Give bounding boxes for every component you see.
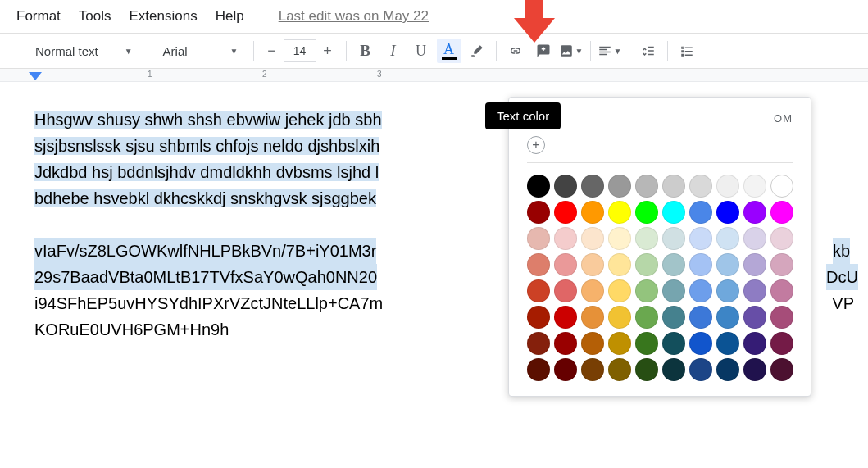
color-swatch[interactable] (743, 358, 766, 381)
color-swatch[interactable] (554, 227, 577, 250)
font-size-input[interactable]: 14 (284, 39, 316, 62)
color-swatch[interactable] (716, 253, 739, 276)
color-swatch[interactable] (527, 358, 550, 381)
color-swatch[interactable] (689, 201, 712, 224)
italic-button[interactable]: I (381, 39, 406, 63)
add-custom-color-button[interactable]: + (527, 136, 545, 154)
color-swatch[interactable] (554, 306, 577, 329)
color-swatch[interactable] (662, 175, 685, 198)
color-swatch[interactable] (662, 201, 685, 224)
color-swatch[interactable] (662, 358, 685, 381)
color-swatch[interactable] (635, 201, 658, 224)
menu-help[interactable]: Help (216, 8, 244, 25)
color-swatch[interactable] (527, 175, 550, 198)
color-swatch[interactable] (608, 227, 631, 250)
increase-font-size-button[interactable]: + (316, 39, 339, 62)
color-swatch[interactable] (608, 279, 631, 302)
color-swatch[interactable] (689, 253, 712, 276)
color-swatch[interactable] (743, 253, 766, 276)
color-swatch[interactable] (743, 175, 766, 198)
color-swatch[interactable] (716, 175, 739, 198)
color-swatch[interactable] (554, 332, 577, 355)
color-swatch[interactable] (635, 175, 658, 198)
color-swatch[interactable] (635, 279, 658, 302)
color-swatch[interactable] (635, 358, 658, 381)
color-swatch[interactable] (527, 227, 550, 250)
color-swatch[interactable] (743, 306, 766, 329)
color-swatch[interactable] (770, 253, 793, 276)
decrease-font-size-button[interactable]: − (261, 39, 284, 62)
color-swatch[interactable] (581, 332, 604, 355)
color-swatch[interactable] (581, 279, 604, 302)
last-edit-link[interactable]: Last edit was on May 22 (279, 8, 429, 25)
color-swatch[interactable] (527, 253, 550, 276)
color-swatch[interactable] (527, 306, 550, 329)
color-swatch[interactable] (581, 227, 604, 250)
align-button[interactable]: ▼ (598, 39, 622, 63)
color-swatch[interactable] (662, 227, 685, 250)
insert-image-button[interactable]: ▼ (559, 39, 584, 63)
color-swatch[interactable] (554, 175, 577, 198)
color-swatch[interactable] (581, 201, 604, 224)
color-swatch[interactable] (770, 279, 793, 302)
color-swatch[interactable] (635, 332, 658, 355)
color-swatch[interactable] (608, 358, 631, 381)
color-swatch[interactable] (689, 175, 712, 198)
color-swatch[interactable] (635, 253, 658, 276)
color-swatch[interactable] (716, 358, 739, 381)
color-swatch[interactable] (662, 332, 685, 355)
color-swatch[interactable] (770, 306, 793, 329)
color-swatch[interactable] (689, 227, 712, 250)
color-swatch[interactable] (554, 253, 577, 276)
color-swatch[interactable] (635, 227, 658, 250)
color-swatch[interactable] (716, 279, 739, 302)
color-swatch[interactable] (554, 358, 577, 381)
color-swatch[interactable] (689, 279, 712, 302)
color-swatch[interactable] (527, 279, 550, 302)
color-swatch[interactable] (770, 358, 793, 381)
color-swatch[interactable] (608, 332, 631, 355)
color-swatch[interactable] (581, 358, 604, 381)
color-swatch[interactable] (635, 306, 658, 329)
font-family-dropdown[interactable]: Arial ▼ (155, 39, 247, 63)
underline-button[interactable]: U (409, 39, 434, 63)
text-color-button[interactable]: A (437, 39, 461, 63)
line-spacing-button[interactable] (636, 39, 661, 63)
color-swatch[interactable] (716, 306, 739, 329)
color-swatch[interactable] (743, 227, 766, 250)
checklist-button[interactable] (675, 39, 699, 63)
color-swatch[interactable] (608, 201, 631, 224)
color-swatch[interactable] (689, 306, 712, 329)
color-swatch[interactable] (743, 201, 766, 224)
color-swatch[interactable] (662, 279, 685, 302)
color-swatch[interactable] (554, 201, 577, 224)
menu-tools[interactable]: Tools (79, 8, 111, 25)
color-swatch[interactable] (662, 306, 685, 329)
color-swatch[interactable] (662, 253, 685, 276)
color-swatch[interactable] (689, 332, 712, 355)
color-swatch[interactable] (743, 332, 766, 355)
color-swatch[interactable] (770, 332, 793, 355)
color-swatch[interactable] (770, 201, 793, 224)
color-swatch[interactable] (770, 175, 793, 198)
color-swatch[interactable] (527, 332, 550, 355)
color-swatch[interactable] (716, 201, 739, 224)
color-swatch[interactable] (608, 306, 631, 329)
color-swatch[interactable] (770, 227, 793, 250)
color-swatch[interactable] (527, 201, 550, 224)
color-swatch[interactable] (581, 306, 604, 329)
color-swatch[interactable] (608, 175, 631, 198)
color-swatch[interactable] (743, 279, 766, 302)
menu-extensions[interactable]: Extensions (130, 8, 198, 25)
color-swatch[interactable] (716, 227, 739, 250)
color-swatch[interactable] (689, 358, 712, 381)
color-swatch[interactable] (554, 279, 577, 302)
bold-button[interactable]: B (353, 39, 378, 63)
paragraph-styles-dropdown[interactable]: Normal text ▼ (27, 39, 141, 63)
color-swatch[interactable] (581, 253, 604, 276)
color-swatch[interactable] (716, 332, 739, 355)
highlight-color-button[interactable] (465, 39, 489, 63)
color-swatch[interactable] (581, 175, 604, 198)
menu-format[interactable]: Format (16, 8, 61, 25)
color-swatch[interactable] (608, 253, 631, 276)
